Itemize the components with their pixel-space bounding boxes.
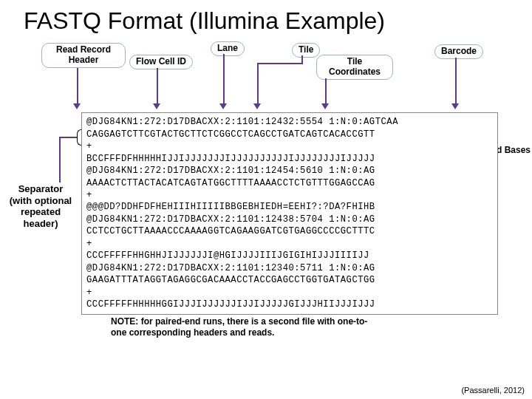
arrow-separator-v (59, 137, 61, 183)
label-barcode: Barcode (434, 44, 483, 59)
arrow-tile-coords (325, 78, 327, 105)
page-title: FASTQ Format (Illumina Example) (24, 7, 532, 35)
arrow-head-read-header (73, 103, 81, 109)
fastq-block: @DJG84KN1:272:D17DBACXX:2:1101:12432:555… (81, 112, 498, 315)
arrow-tile-b (257, 63, 303, 64)
label-read-header: Read Record Header (41, 43, 126, 68)
label-lane: Lane (211, 41, 245, 56)
arrow-head-tile (253, 103, 261, 109)
arrow-head-lane (219, 103, 227, 109)
arrow-tile-c (257, 63, 259, 105)
label-tile-coords: Tile Coordinates (316, 55, 393, 80)
arrow-head-barcode (451, 103, 459, 109)
arrow-tile-a (301, 55, 303, 63)
arrow-head-flow-cell (153, 103, 160, 109)
footnote: NOTE: for paired-end runs, there is a se… (111, 316, 377, 338)
arrow-barcode (455, 58, 457, 105)
arrow-read-header (77, 68, 78, 105)
arrow-separator-h (59, 137, 77, 138)
arrow-head-tile-coords (321, 103, 329, 109)
label-separator: Separator (with optional repeated header… (6, 183, 75, 229)
label-flow-cell: Flow Cell ID (129, 55, 193, 69)
arrow-flow-cell (157, 68, 158, 105)
arrow-lane (223, 54, 225, 105)
citation: (Passarelli, 2012) (461, 386, 525, 395)
label-tile: Tile (292, 43, 320, 58)
